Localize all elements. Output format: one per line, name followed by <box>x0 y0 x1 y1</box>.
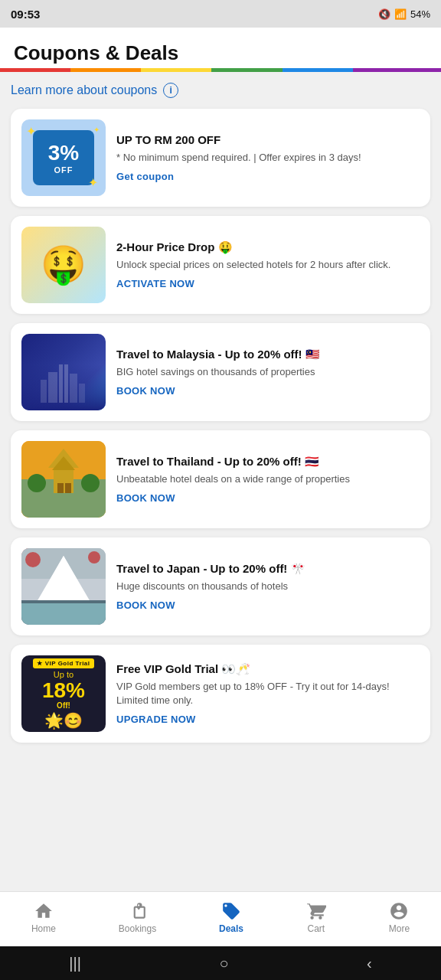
coupon-title-vip: Free VIP Gold Trial 👀🥂 <box>116 662 420 677</box>
coupon-action-2hr[interactable]: ACTIVATE NOW <box>116 278 194 289</box>
back-button[interactable]: ‹ <box>367 955 372 972</box>
coupon-desc-2hr: Unlock special prices on selected hotels… <box>116 258 420 272</box>
mute-icon: 🔇 <box>378 8 390 20</box>
learn-more-link[interactable]: Learn more about coupons <box>11 83 157 97</box>
coupon-desc-malaysia: BIG hotel savings on thousands of proper… <box>116 365 420 379</box>
vip-percent: 18% <box>42 680 85 701</box>
coupon-action-vip[interactable]: UPGRADE NOW <box>116 714 196 725</box>
vip-emoji: 🌟😊 <box>44 711 83 730</box>
coupon-desc-vip: VIP Gold members get up to 18% OFF - Try… <box>116 680 420 707</box>
star-icon-bottom: ✦ <box>88 175 98 190</box>
home-button[interactable]: ○ <box>219 955 228 972</box>
nav-more-label: More <box>389 923 410 934</box>
learn-more-row[interactable]: Learn more about coupons i <box>11 83 430 98</box>
discount-number: 3% <box>48 141 79 165</box>
status-icons: 🔇 📶 54% <box>378 8 430 20</box>
coupon-desc-thailand: Unbeatable hotel deals on a wide range o… <box>116 472 420 486</box>
nav-deals-label: Deals <box>219 923 243 934</box>
coupon-desc-3pct: * No minimum spend required. | Offer exp… <box>116 151 420 165</box>
coupon-action-japan[interactable]: BOOK NOW <box>116 599 175 611</box>
coupon-card-2hr: 🤑 2-Hour Price Drop 🤑 Unlock special pri… <box>11 216 430 314</box>
svg-rect-20 <box>21 603 106 625</box>
nav-home-label: Home <box>31 923 56 934</box>
coupon-content-vip: Free VIP Gold Trial 👀🥂 VIP Gold members … <box>116 662 420 726</box>
svg-rect-3 <box>64 364 68 403</box>
home-icon <box>34 901 54 921</box>
star-icon-sm: ✦ <box>93 126 100 134</box>
nav-cart-label: Cart <box>308 923 325 934</box>
vip-badge: ★ VIP Gold Trial <box>33 658 93 668</box>
svg-rect-2 <box>59 364 63 403</box>
coupon-badge: 3% OFF <box>33 130 94 185</box>
coupon-card-thailand: Travel to Thailand - Up to 20% off! 🇹🇭 U… <box>11 430 430 528</box>
svg-rect-11 <box>57 483 64 493</box>
content-area: Learn more about coupons i ✦ ✦ 3% OFF ✦ … <box>0 72 441 891</box>
coupon-action-3pct[interactable]: Get coupon <box>116 171 174 182</box>
deals-icon <box>221 901 241 921</box>
coupon-card-vip: ★ VIP Gold Trial Up to 18% Off! 🌟😊 Free … <box>11 645 430 743</box>
cart-icon <box>306 901 326 921</box>
coupon-action-malaysia[interactable]: BOOK NOW <box>116 385 175 397</box>
nav-more[interactable]: More <box>389 901 410 934</box>
coupon-content-japan: Travel to Japan - Up to 20% off! 🎌 Huge … <box>116 561 420 612</box>
battery-text: 54% <box>410 8 430 20</box>
svg-point-22 <box>88 551 100 564</box>
svg-point-13 <box>28 474 46 492</box>
coupon-content-malaysia: Travel to Malaysia - Up to 20% off! 🇲🇾 B… <box>116 347 420 397</box>
price-drop-emoji: 🤑 <box>41 243 87 286</box>
svg-rect-12 <box>65 483 71 493</box>
svg-rect-4 <box>70 374 77 403</box>
coupon-content-3pct: UP TO RM 200 OFF * No minimum spend requ… <box>116 132 420 183</box>
info-icon[interactable]: i <box>163 83 178 98</box>
svg-rect-0 <box>41 380 47 403</box>
bottom-nav: Home Bookings Deals Cart More <box>0 891 441 946</box>
page-title: Coupons & Deals <box>14 41 427 65</box>
svg-rect-1 <box>48 372 57 403</box>
nav-deals[interactable]: Deals <box>219 901 243 934</box>
nav-home[interactable]: Home <box>31 901 56 934</box>
thailand-temple-svg <box>21 441 106 518</box>
coupon-image-vip: ★ VIP Gold Trial Up to 18% Off! 🌟😊 <box>21 655 106 732</box>
coupon-image-thailand <box>21 441 106 518</box>
coupon-card-malaysia: Travel to Malaysia - Up to 20% off! 🇲🇾 B… <box>11 323 430 421</box>
coupon-content-thailand: Travel to Thailand - Up to 20% off! 🇹🇭 U… <box>116 454 420 505</box>
coupon-image-malaysia <box>21 334 106 410</box>
coupon-image-2hr: 🤑 <box>21 227 106 303</box>
header: Coupons & Deals <box>0 28 441 68</box>
coupon-desc-japan: Huge discounts on thousands of hotels <box>116 580 420 593</box>
svg-point-14 <box>81 474 100 492</box>
coupon-card-3pct: ✦ ✦ 3% OFF ✦ UP TO RM 200 OFF * No minim… <box>11 109 430 207</box>
japan-fuji-svg <box>21 548 106 625</box>
coupon-title-japan: Travel to Japan - Up to 20% off! 🎌 <box>116 561 420 577</box>
off-label: OFF <box>54 165 74 175</box>
coupon-action-thailand[interactable]: BOOK NOW <box>116 492 175 504</box>
coupon-image-3pct: ✦ ✦ 3% OFF ✦ <box>21 119 106 196</box>
coupon-image-japan <box>21 548 106 625</box>
coupon-title-thailand: Travel to Thailand - Up to 20% off! 🇹🇭 <box>116 454 420 469</box>
more-icon <box>389 901 409 921</box>
signal-icon: 📶 <box>394 8 407 20</box>
nav-bookings-label: Bookings <box>119 923 156 934</box>
svg-rect-5 <box>79 384 85 403</box>
system-nav: ||| ○ ‹ <box>0 946 441 980</box>
coupon-card-japan: Travel to Japan - Up to 20% off! 🎌 Huge … <box>11 537 430 635</box>
nav-bookings[interactable]: Bookings <box>119 901 156 934</box>
coupon-title-malaysia: Travel to Malaysia - Up to 20% off! 🇲🇾 <box>116 347 420 362</box>
svg-point-21 <box>25 552 41 567</box>
bookings-icon <box>127 901 147 921</box>
coupon-title-2hr: 2-Hour Price Drop 🤑 <box>116 240 420 255</box>
status-time: 09:53 <box>11 8 40 21</box>
coupon-content-2hr: 2-Hour Price Drop 🤑 Unlock special price… <box>116 240 420 290</box>
coupon-title-3pct: UP TO RM 200 OFF <box>116 132 420 148</box>
recent-apps-button[interactable]: ||| <box>69 955 81 972</box>
malaysia-skyline-svg <box>33 349 94 410</box>
vip-off: Off! <box>57 701 70 710</box>
nav-cart[interactable]: Cart <box>306 901 326 934</box>
vip-upto: Up to <box>54 670 74 679</box>
status-bar: 09:53 🔇 📶 54% <box>0 0 441 28</box>
